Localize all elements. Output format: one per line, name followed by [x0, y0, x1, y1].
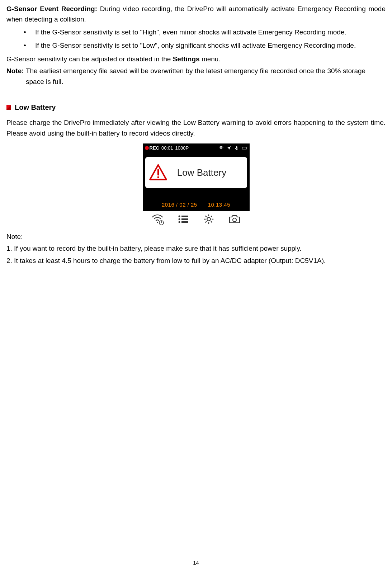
note-item-1: 1. If you want to record by the built-in… — [6, 243, 386, 254]
low-battery-intro: Please charge the DrivePro immediately a… — [6, 117, 386, 138]
svg-point-14 — [207, 218, 211, 221]
wifi-power-icon[interactable] — [150, 213, 165, 226]
warning-triangle-icon — [149, 163, 167, 182]
gsensor-note: Note: The earliest emergency file saved … — [6, 66, 386, 87]
gsensor-bullet-list: If the G-Sensor sensitivity is set to "H… — [6, 27, 386, 51]
page-number: 14 — [0, 560, 392, 566]
camera-snapshot-icon[interactable] — [227, 213, 242, 226]
overlay-time: 10:13:45 — [208, 201, 230, 209]
list-item: If the G-Sensor sensitivity is set to "H… — [32, 27, 386, 37]
rec-label: REC — [150, 145, 159, 152]
svg-rect-9 — [181, 216, 188, 217]
list-item: If the G-Sensor sensitivity is set to "L… — [32, 40, 386, 51]
battery-icon — [242, 145, 247, 151]
svg-point-8 — [178, 216, 180, 217]
rec-dot-icon — [145, 146, 149, 150]
svg-point-5 — [157, 222, 158, 223]
gsensor-heading-bold: G-Sensor Event Recording: — [6, 5, 100, 13]
svg-rect-1 — [242, 147, 246, 149]
timestamp-overlay: 2016 / 02 / 2510:13:45 — [143, 201, 250, 209]
device-screenshot: REC 00:01 1080P — [143, 143, 250, 228]
device-topbar: REC 00:01 1080P — [143, 143, 250, 153]
section-bullet-icon — [6, 105, 11, 110]
adjust-pre: G-Sensor sensitivity can be adjusted or … — [6, 55, 173, 63]
menu-list-icon[interactable] — [176, 213, 190, 226]
device-bottombar — [143, 211, 250, 228]
svg-rect-13 — [181, 221, 188, 223]
adjust-bold: Settings — [173, 55, 200, 63]
device-screen: REC 00:01 1080P — [143, 143, 250, 211]
svg-rect-11 — [181, 218, 188, 220]
gsensor-paragraph: G-Sensor Event Recording: During video r… — [6, 4, 386, 25]
topbar-status-icons — [218, 145, 247, 151]
low-battery-heading: Low Battery — [6, 102, 386, 113]
dialog-text: Low Battery — [167, 165, 244, 180]
note-label: Note: — [6, 67, 26, 75]
resolution-label: 1080P — [175, 145, 189, 152]
wifi-icon — [218, 145, 224, 151]
svg-line-21 — [211, 216, 212, 217]
svg-point-4 — [157, 176, 159, 178]
svg-rect-2 — [246, 148, 247, 149]
svg-point-12 — [178, 221, 180, 223]
svg-rect-0 — [236, 146, 237, 149]
microphone-icon — [234, 145, 240, 151]
settings-gear-icon[interactable] — [202, 213, 216, 226]
note-item-2: 2. It takes at least 4.5 hours to charge… — [6, 255, 386, 266]
bullet-text: If the G-Sensor sensitivity is set to "H… — [35, 28, 346, 36]
rec-elapsed-time: 00:01 — [161, 145, 173, 152]
location-arrow-icon — [226, 145, 232, 151]
low-battery-dialog: Low Battery — [145, 157, 247, 188]
section-title: Low Battery — [15, 102, 56, 113]
overlay-date: 2016 / 02 / 25 — [162, 201, 197, 209]
note-text: The earliest emergency file saved will b… — [26, 67, 365, 85]
svg-point-10 — [178, 218, 180, 220]
bullet-text: If the G-Sensor sensitivity is set to "L… — [35, 42, 356, 49]
svg-line-19 — [206, 216, 207, 217]
svg-point-23 — [233, 218, 236, 222]
adjust-post: menu. — [200, 55, 221, 63]
svg-line-22 — [206, 222, 207, 223]
note-label: Note: — [6, 231, 386, 242]
gsensor-adjust-line: G-Sensor sensitivity can be adjusted or … — [6, 54, 386, 64]
svg-line-20 — [211, 222, 212, 223]
